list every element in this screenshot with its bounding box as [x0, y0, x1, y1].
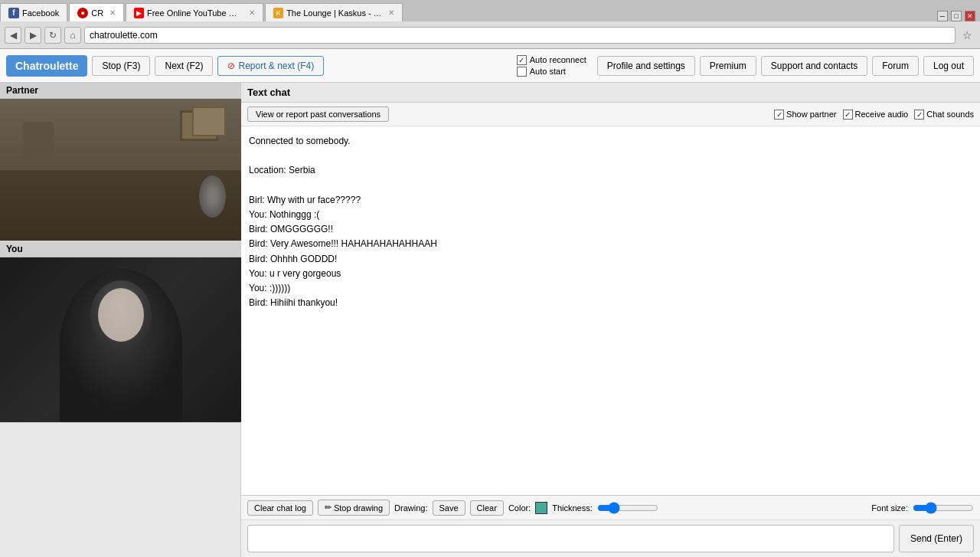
font-size-slider[interactable] [913, 502, 974, 514]
tab-youtube-label: Free Online YouTube Dow... [147, 8, 243, 18]
list-item: You: :)))))) [249, 281, 972, 296]
thickness-label: Thickness: [552, 503, 593, 513]
list-item: You: u r very gorgeous [249, 267, 972, 281]
thickness-slider[interactable] [597, 502, 658, 514]
chat-options: Show partner Receive audio Chat sounds [774, 110, 974, 120]
browser-tab-area [404, 3, 933, 21]
close-window-icon[interactable]: ✕ [965, 11, 975, 21]
forward-button[interactable]: ▶ [24, 27, 41, 44]
lounge-favicon: K [273, 8, 283, 18]
auto-start-checkbox[interactable]: Auto start [517, 67, 586, 77]
forum-label: Forum [882, 61, 909, 71]
draw-toolbar: Clear chat log ✏ Stop drawing Drawing: S… [241, 496, 980, 520]
you-label: You [0, 241, 240, 257]
receive-audio-check-icon [843, 110, 853, 120]
support-button[interactable]: Support and contacts [761, 56, 867, 76]
chat-toolbar: View or report past conversations Show p… [241, 103, 980, 126]
tab-youtube-close[interactable]: ✕ [249, 8, 255, 17]
list-item [249, 149, 972, 163]
save-drawing-button[interactable]: Save [433, 500, 466, 516]
profile-button[interactable]: Profile and settings [597, 56, 695, 76]
facebook-favicon: f [8, 8, 19, 18]
tab-lounge[interactable]: K The Lounge | Kaskus - Th... ✕ [265, 3, 403, 21]
tab-lounge-close[interactable]: ✕ [388, 8, 394, 17]
save-drawing-label: Save [439, 503, 459, 513]
list-item: Location: Serbia [249, 163, 972, 178]
chat-sounds-option[interactable]: Chat sounds [914, 110, 974, 120]
tab-lounge-label: The Lounge | Kaskus - Th... [286, 8, 382, 18]
main-content: Partner You [0, 83, 980, 557]
auto-reconnect-checkbox[interactable]: Auto reconnect [517, 55, 586, 65]
next-button[interactable]: Next (F2) [155, 56, 213, 76]
show-partner-option[interactable]: Show partner [774, 110, 836, 120]
partner-video-area [0, 99, 241, 241]
stop-label: Stop (F3) [102, 61, 140, 71]
forum-button[interactable]: Forum [872, 56, 919, 76]
color-picker[interactable] [535, 502, 547, 514]
auto-start-check-icon [517, 67, 527, 77]
tab-facebook-label: Facebook [22, 8, 59, 18]
back-button[interactable]: ◀ [5, 27, 21, 44]
list-item: Bird: OMGGGGGG!! [249, 222, 972, 237]
youtube-favicon: ▶ [134, 8, 144, 18]
clear-drawing-button[interactable]: Clear [470, 500, 504, 516]
report-button[interactable]: ⊘ Report & next (F4) [217, 56, 324, 76]
show-partner-label: Show partner [786, 110, 836, 119]
chat-messages: Connected to somebody. Location: Serbia … [241, 126, 980, 495]
bookmark-icon[interactable]: ☆ [959, 27, 975, 44]
profile-label: Profile and settings [607, 61, 685, 71]
show-partner-check-icon [774, 110, 784, 120]
list-item: Birl: Why with ur face????? [249, 193, 972, 208]
report-icon: ⊘ [227, 61, 235, 71]
stop-drawing-button[interactable]: ✏ Stop drawing [318, 500, 390, 516]
logout-button[interactable]: Log out [923, 56, 974, 76]
tab-cr-close[interactable]: ✕ [109, 8, 116, 17]
color-label: Color: [508, 503, 531, 513]
partner-video-feed [0, 99, 241, 241]
chat-title: Text chat [247, 87, 290, 98]
report-label: Report & next (F4) [238, 61, 314, 71]
browser-tabs: f Facebook ● CR ✕ ▶ Free Online YouTube … [0, 0, 980, 21]
list-item: Connected to somebody. [249, 134, 972, 149]
tab-cr-label: CR [91, 8, 103, 18]
receive-audio-option[interactable]: Receive audio [843, 110, 909, 120]
tab-facebook[interactable]: f Facebook [0, 3, 67, 21]
list-item: Bird: Very Awesome!!! HAHAHAHAHAHHAAH [249, 237, 972, 251]
tab-cr[interactable]: ● CR ✕ [69, 3, 124, 21]
stop-button[interactable]: Stop (F3) [92, 56, 150, 76]
auto-start-label: Auto start [530, 67, 566, 76]
support-label: Support and contacts [771, 61, 858, 71]
refresh-button[interactable]: ↻ [44, 27, 61, 44]
minimize-icon[interactable]: ─ [937, 11, 948, 21]
premium-button[interactable]: Premium [700, 56, 756, 76]
home-button[interactable]: ⌂ [64, 27, 81, 44]
view-report-label: View or report past conversations [256, 110, 381, 119]
header-checkboxes: Auto reconnect Auto start [517, 55, 586, 77]
you-video-area [0, 257, 241, 422]
drawing-label: Drawing: [394, 503, 427, 513]
partner-section: Partner [0, 83, 240, 241]
list-item [249, 179, 972, 193]
clear-chat-log-button[interactable]: Clear chat log [247, 500, 313, 516]
chat-bottom: Clear chat log ✏ Stop drawing Drawing: S… [241, 495, 980, 557]
premium-label: Premium [710, 61, 746, 71]
auto-reconnect-label: Auto reconnect [530, 55, 586, 64]
pencil-icon: ✏ [325, 503, 332, 513]
list-item: You: Nothinggg :( [249, 208, 972, 222]
maximize-icon[interactable]: □ [951, 11, 962, 21]
view-report-button[interactable]: View or report past conversations [247, 106, 389, 122]
cr-favicon: ● [77, 8, 88, 18]
receive-audio-label: Receive audio [855, 110, 909, 119]
tab-youtube[interactable]: ▶ Free Online YouTube Dow... ✕ [126, 3, 263, 21]
chat-sounds-check-icon [914, 110, 924, 120]
chat-sounds-label: Chat sounds [926, 110, 974, 119]
chat-header: Text chat [241, 83, 980, 103]
auto-reconnect-check-icon [517, 55, 527, 65]
app-logo: Chatroulette [6, 55, 87, 77]
clear-drawing-label: Clear [477, 503, 497, 513]
right-panel: Text chat View or report past conversati… [241, 83, 980, 557]
address-bar[interactable] [84, 27, 956, 44]
send-button[interactable]: Send (Enter) [899, 525, 974, 552]
browser-toolbar: ◀ ▶ ↻ ⌂ ☆ [0, 21, 980, 49]
chat-input[interactable] [247, 525, 894, 552]
